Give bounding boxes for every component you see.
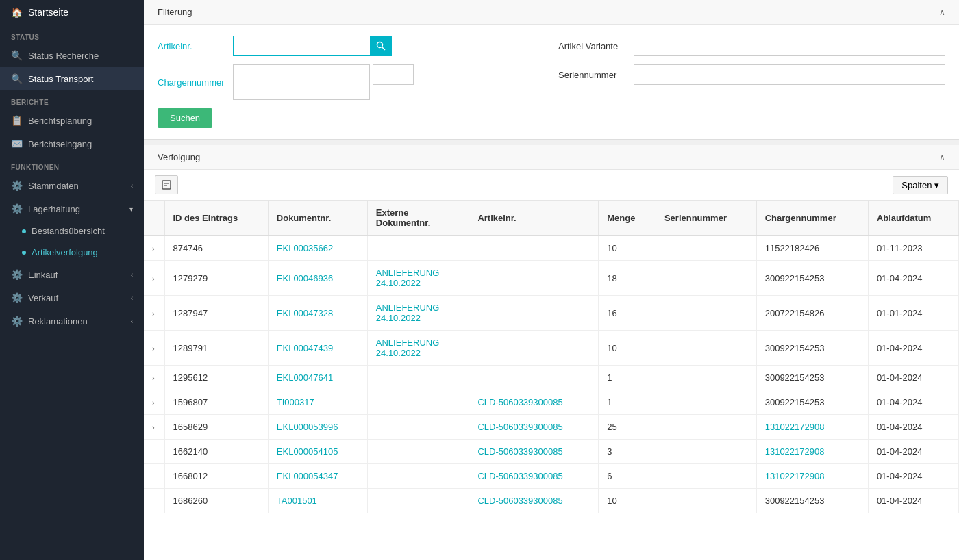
cell-id: 1686260 [164, 489, 268, 513]
cell-chargennummer: 200722154826 [756, 296, 868, 331]
cell-chargennummer[interactable]: 131022172908 [756, 415, 868, 440]
table-row: ›1279279EKL00046936ANLIEFERUNG24.10.2022… [144, 261, 959, 296]
cell-dokumentnr[interactable]: EKL00047641 [268, 366, 367, 390]
cell-id: 1668012 [164, 464, 268, 489]
cell-dokumentnr[interactable]: TI000317 [268, 390, 367, 415]
sidebar-item-status-transport[interactable]: 🔍 Status Transport [0, 67, 144, 90]
spalten-button[interactable]: Spalten ▾ [893, 176, 948, 194]
sidebar-item-stammdaten[interactable]: ⚙️ Stammdaten ‹ [0, 174, 144, 197]
filter-section: Filterung ∧ Artikelnr. [144, 0, 959, 140]
cell-id: 1287947 [164, 296, 268, 331]
svg-line-1 [382, 47, 386, 51]
sidebar-item-berichtseingang[interactable]: ✉️ Berichtseingang [0, 132, 144, 155]
dot-icon [22, 229, 26, 233]
chargennummer-label[interactable]: Chargennummer [158, 77, 226, 88]
sidebar-item-einkauf[interactable]: ⚙️ Einkauf ‹ [0, 263, 144, 286]
col-menge: Menge [599, 201, 656, 236]
table-header-row: ID des Eintrags Dokumentnr. ExterneDokum… [144, 201, 959, 236]
anlieferung-link[interactable]: ANLIEFERUNG [376, 268, 439, 278]
cell-ablaufdatum: 01-04-2024 [868, 489, 958, 513]
verfolgung-toggle-icon[interactable]: ∧ [939, 153, 945, 162]
chargennummer-small-input[interactable] [373, 64, 414, 85]
cell-id: 874746 [164, 236, 268, 261]
cell-dokumentnr[interactable]: EKL00047328 [268, 296, 367, 331]
expand-icon[interactable]: › [152, 374, 155, 382]
svg-point-0 [377, 42, 383, 48]
cell-dokumentnr[interactable]: EKL000054105 [268, 440, 367, 464]
cell-dokumentnr[interactable]: EKL00035662 [268, 236, 367, 261]
cell-menge: 3 [599, 440, 656, 464]
cell-menge: 1 [599, 366, 656, 390]
anlieferung-date: 24.10.2022 [376, 278, 421, 288]
cell-dokumentnr[interactable]: EKL00047439 [268, 331, 367, 366]
cell-seriennummer [656, 489, 756, 513]
cell-artikelnr[interactable]: CLD-5060339300085 [469, 415, 599, 440]
col-seriennummer: Seriennummer [656, 201, 756, 236]
sidebar-item-bestandsuebersicht[interactable]: Bestandsübersicht [0, 220, 144, 242]
expand-cell: › [144, 366, 164, 390]
cell-dokumentnr[interactable]: EKL000053996 [268, 415, 367, 440]
artikelnr-search-button[interactable] [370, 36, 392, 56]
cell-chargennummer[interactable]: 131022172908 [756, 440, 868, 464]
chevron-icon-4: ‹ [131, 318, 133, 325]
cell-artikelnr[interactable]: CLD-5060339300085 [469, 440, 599, 464]
col-dokumentnr: Dokumentnr. [268, 201, 367, 236]
filter-toggle-icon[interactable]: ∧ [939, 8, 945, 17]
artikelnr-label[interactable]: Artikelnr. [158, 41, 226, 51]
sidebar-item-lagerhaltung[interactable]: ⚙️ Lagerhaltung ▾ [0, 197, 144, 220]
sidebar-item-berichtsplanung[interactable]: 📋 Berichtsplanung [0, 109, 144, 132]
artikel-variante-input[interactable] [634, 36, 945, 56]
anlieferung-date: 24.10.2022 [376, 313, 421, 323]
expand-icon[interactable]: › [152, 244, 155, 253]
expand-icon[interactable]: › [152, 275, 155, 283]
table-body: ›874746EKL00035662101152218242601-11-202… [144, 236, 959, 513]
cell-ext-dokumentnr[interactable]: ANLIEFERUNG24.10.2022 [367, 331, 469, 366]
sidebar-home[interactable]: 🏠 Startseite [0, 0, 144, 25]
table-row: ›874746EKL00035662101152218242601-11-202… [144, 236, 959, 261]
export-button[interactable] [155, 175, 178, 194]
cell-dokumentnr[interactable]: EKL000054347 [268, 464, 367, 489]
anlieferung-link[interactable]: ANLIEFERUNG [376, 338, 439, 348]
col-ablaufdatum: Ablaufdatum [868, 201, 958, 236]
cell-menge: 25 [599, 415, 656, 440]
cell-dokumentnr[interactable]: TA001501 [268, 489, 367, 513]
sidebar-item-artikelverfolgung[interactable]: Artikelverfolgung [0, 242, 144, 263]
cell-ext-dokumentnr [367, 440, 469, 464]
sidebar-item-label: Status Transport [28, 74, 93, 84]
filter-field-artikel-variante: Artikel Variante [558, 36, 945, 56]
filter-field-artikelnr: Artikelnr. [158, 36, 545, 56]
cell-dokumentnr[interactable]: EKL00046936 [268, 261, 367, 296]
verfolgung-table: ID des Eintrags Dokumentnr. ExterneDokum… [144, 201, 959, 513]
expand-icon[interactable]: › [152, 344, 155, 353]
cell-id: 1295612 [164, 366, 268, 390]
sidebar: 🏠 Startseite STATUS 🔍 Status Recherche 🔍… [0, 0, 144, 560]
cell-artikelnr[interactable]: CLD-5060339300085 [469, 390, 599, 415]
cell-ablaufdatum: 01-01-2024 [868, 296, 958, 331]
cell-artikelnr[interactable]: CLD-5060339300085 [469, 464, 599, 489]
cell-chargennummer[interactable]: 131022172908 [756, 464, 868, 489]
search-icon-2: 🔍 [11, 73, 23, 84]
seriennummer-label: Seriennummer [558, 70, 627, 80]
expand-icon[interactable]: › [152, 398, 155, 407]
sidebar-item-verkauf[interactable]: ⚙️ Verkauf ‹ [0, 286, 144, 309]
cell-chargennummer: 300922154253 [756, 489, 868, 513]
seriennummer-input[interactable] [634, 64, 945, 85]
suchen-button[interactable]: Suchen [158, 108, 212, 128]
expand-icon[interactable]: › [152, 309, 155, 318]
cell-artikelnr[interactable]: CLD-5060339300085 [469, 489, 599, 513]
svg-rect-2 [162, 181, 171, 189]
anlieferung-link[interactable]: ANLIEFERUNG [376, 303, 439, 313]
sidebar-item-status-recherche[interactable]: 🔍 Status Recherche [0, 44, 144, 67]
sidebar-item-reklamationen[interactable]: ⚙️ Reklamationen ‹ [0, 309, 144, 333]
expand-cell: › [144, 236, 164, 261]
cell-ablaufdatum: 01-04-2024 [868, 261, 958, 296]
chevron-icon-2: ‹ [131, 271, 133, 279]
filter-section-title: Filterung [158, 7, 192, 17]
expand-icon[interactable]: › [152, 423, 155, 431]
artikelnr-input[interactable] [233, 36, 370, 56]
cell-ext-dokumentnr[interactable]: ANLIEFERUNG24.10.2022 [367, 261, 469, 296]
chargennummer-textarea[interactable] [233, 64, 370, 100]
sidebar-item-label: Lagerhaltung [28, 204, 80, 214]
cell-menge: 18 [599, 261, 656, 296]
cell-ext-dokumentnr[interactable]: ANLIEFERUNG24.10.2022 [367, 296, 469, 331]
